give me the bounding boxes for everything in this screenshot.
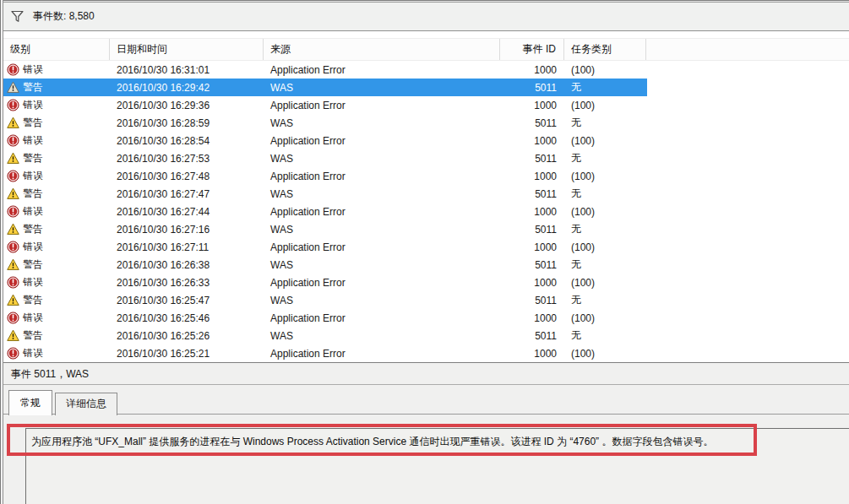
event-count-label: 事件数: 8,580 xyxy=(33,9,95,24)
cell-task: 无 xyxy=(564,116,645,130)
error-icon xyxy=(7,99,19,111)
cell-source: Application Error xyxy=(264,171,500,182)
table-row[interactable]: 警告 2016/10/30 16:29:42 WAS 5011 无 xyxy=(3,79,647,96)
level-label: 错误 xyxy=(23,240,43,254)
cell-event-id: 5011 xyxy=(500,259,564,271)
level-label: 错误 xyxy=(23,62,43,77)
column-header-level[interactable]: 级别 xyxy=(3,39,110,60)
level-label: 错误 xyxy=(23,275,43,290)
cell-level: 警告 xyxy=(3,80,110,95)
warning-icon xyxy=(7,294,19,306)
column-header-task-category[interactable]: 任务类别 xyxy=(564,39,646,60)
cell-event-id: 1000 xyxy=(500,100,564,111)
level-label: 错误 xyxy=(23,346,43,360)
table-row[interactable]: 错误 2016/10/30 16:28:54 Application Error… xyxy=(3,132,647,149)
column-header-filler xyxy=(646,39,849,60)
table-row[interactable]: 错误 2016/10/30 16:26:33 Application Error… xyxy=(3,274,647,291)
table-row[interactable]: 错误 2016/10/30 16:25:21 Application Error… xyxy=(3,344,647,362)
cell-task: 无 xyxy=(564,293,645,307)
table-row[interactable]: 警告 2016/10/30 16:27:47 WAS 5011 无 xyxy=(3,185,647,203)
cell-datetime: 2016/10/30 16:27:11 xyxy=(110,241,264,253)
cell-source: Application Error xyxy=(264,241,500,253)
cell-task: (100) xyxy=(564,241,645,253)
error-icon xyxy=(7,276,19,289)
table-row[interactable]: 错误 2016/10/30 16:29:36 Application Error… xyxy=(3,96,647,114)
cell-datetime: 2016/10/30 16:27:48 xyxy=(110,171,264,182)
cell-source: Application Error xyxy=(264,348,500,360)
cell-event-id: 1000 xyxy=(500,135,564,147)
cell-level: 错误 xyxy=(3,169,110,183)
cell-source: WAS xyxy=(264,153,500,165)
column-header-datetime[interactable]: 日期和时间 xyxy=(110,39,264,60)
cell-datetime: 2016/10/30 16:28:54 xyxy=(110,135,264,147)
filter-bar: 事件数: 8,580 xyxy=(3,3,849,31)
cell-event-id: 1000 xyxy=(500,312,564,324)
cell-datetime: 2016/10/30 16:27:53 xyxy=(110,153,264,165)
cell-level: 错误 xyxy=(3,98,110,112)
warning-icon xyxy=(7,81,19,94)
cell-event-id: 5011 xyxy=(500,153,564,165)
table-row[interactable]: 警告 2016/10/30 16:28:59 WAS 5011 无 xyxy=(3,114,647,132)
level-label: 警告 xyxy=(23,328,43,343)
cell-source: WAS xyxy=(264,330,500,342)
cell-event-id: 5011 xyxy=(500,82,564,94)
filter-funnel-icon xyxy=(10,9,24,24)
cell-source: Application Error xyxy=(264,135,500,147)
event-message-box[interactable]: 为应用程序池 “UFX_Mall” 提供服务的进程在与 Windows Proc… xyxy=(25,428,849,504)
cell-task: (100) xyxy=(564,206,645,218)
table-row[interactable]: 错误 2016/10/30 16:27:44 Application Error… xyxy=(3,203,647,220)
cell-level: 警告 xyxy=(3,151,110,165)
cell-datetime: 2016/10/30 16:25:21 xyxy=(110,348,264,360)
cell-datetime: 2016/10/30 16:26:38 xyxy=(110,259,264,271)
error-icon xyxy=(7,312,19,324)
cell-datetime: 2016/10/30 16:27:44 xyxy=(110,206,264,218)
table-row[interactable]: 错误 2016/10/30 16:31:01 Application Error… xyxy=(3,61,647,79)
level-label: 错误 xyxy=(23,311,43,325)
table-row[interactable]: 警告 2016/10/30 16:25:26 WAS 5011 无 xyxy=(3,327,647,344)
level-label: 警告 xyxy=(23,222,43,236)
cell-task: 无 xyxy=(564,257,645,272)
cell-event-id: 5011 xyxy=(500,117,564,129)
window-top-border xyxy=(0,0,849,3)
warning-icon xyxy=(7,187,19,200)
event-table-header: 级别 日期和时间 来源 事件 ID 任务类别 xyxy=(3,38,849,61)
cell-level: 警告 xyxy=(3,187,110,201)
cell-event-id: 5011 xyxy=(500,330,564,342)
table-row[interactable]: 警告 2016/10/30 16:27:16 WAS 5011 无 xyxy=(3,220,647,238)
detail-tab-strip: 常规 详细信息 xyxy=(3,385,849,415)
cell-level: 错误 xyxy=(3,346,110,360)
tab-general-content: 为应用程序池 “UFX_Mall” 提供服务的进程在与 Windows Proc… xyxy=(3,415,849,504)
table-row[interactable]: 错误 2016/10/30 16:27:11 Application Error… xyxy=(3,238,647,256)
warning-icon xyxy=(7,329,19,342)
cell-event-id: 1000 xyxy=(500,171,564,182)
table-row[interactable]: 警告 2016/10/30 16:27:53 WAS 5011 无 xyxy=(3,149,647,167)
table-row[interactable]: 错误 2016/10/30 16:25:46 Application Error… xyxy=(3,309,647,327)
cell-event-id: 1000 xyxy=(500,206,564,218)
warning-icon xyxy=(7,117,19,129)
window-left-border xyxy=(0,0,3,504)
cell-datetime: 2016/10/30 16:29:42 xyxy=(110,82,264,94)
cell-source: Application Error xyxy=(264,277,500,289)
tab-details[interactable]: 详细信息 xyxy=(55,393,117,415)
cell-level: 错误 xyxy=(3,62,110,77)
error-icon xyxy=(7,347,19,360)
cell-datetime: 2016/10/30 16:29:36 xyxy=(110,100,264,111)
warning-icon xyxy=(7,223,19,236)
table-row[interactable]: 警告 2016/10/30 16:26:38 WAS 5011 无 xyxy=(3,256,647,274)
cell-source: Application Error xyxy=(264,206,500,218)
cell-level: 警告 xyxy=(3,257,110,272)
tab-general[interactable]: 常规 xyxy=(8,390,52,415)
cell-task: 无 xyxy=(564,328,645,343)
cell-event-id: 1000 xyxy=(500,277,564,289)
cell-task: (100) xyxy=(564,171,645,182)
cell-level: 错误 xyxy=(3,204,110,219)
warning-icon xyxy=(7,152,19,165)
column-header-event-id[interactable]: 事件 ID xyxy=(500,39,564,60)
cell-source: WAS xyxy=(264,259,500,271)
table-row[interactable]: 警告 2016/10/30 16:25:47 WAS 5011 无 xyxy=(3,291,647,309)
column-header-source[interactable]: 来源 xyxy=(264,39,500,60)
cell-task: 无 xyxy=(564,80,645,95)
table-row[interactable]: 错误 2016/10/30 16:27:48 Application Error… xyxy=(3,167,647,185)
error-icon xyxy=(7,134,19,147)
cell-datetime: 2016/10/30 16:25:26 xyxy=(110,330,264,342)
